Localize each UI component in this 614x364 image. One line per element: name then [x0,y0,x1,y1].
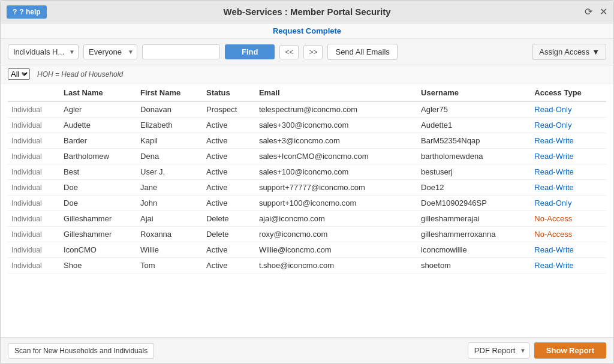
cell-access[interactable]: Read-Write [531,180,606,195]
cell-status: Active [203,118,255,133]
hoh-note: HOH = Head of Household [37,70,123,79]
col-type [8,83,60,101]
all-filter-select[interactable]: All [8,68,30,80]
send-all-emails-button[interactable]: Send All Emails [327,44,397,60]
cell-access[interactable]: Read-Write [531,242,606,258]
request-status-text: Request Complete [273,26,341,35]
help-button[interactable]: ? ? help [7,5,47,19]
cell-access[interactable]: No-Access [531,227,606,242]
cell-status: Delete [203,211,255,227]
cell-status: Active [203,149,255,164]
cell-firstname: User J. [137,164,203,180]
cell-firstname: Dena [137,149,203,164]
footer: Scan for New Households and Individuals … [1,337,613,363]
search-input[interactable] [142,44,220,59]
cell-type: Individual [8,101,60,118]
refresh-button[interactable]: ⟳ [585,6,592,17]
table-container: Last Name First Name Status Email Userna… [1,83,613,337]
cell-username: DoeM10902946SP [417,195,531,211]
toolbar: Individuals H... ▼ Everyone Members Pros… [1,39,613,65]
cell-lastname: Best [60,164,137,180]
cell-lastname: Shoe [60,258,137,273]
prev-label: << [285,48,293,56]
cell-status: Active [203,164,255,180]
table-row[interactable]: Individual Doe Jane Active support+77777… [8,180,606,195]
cell-username: gilleshammerajai [417,211,531,227]
close-button[interactable]: ✕ [600,6,607,17]
assign-access-label: Assign Access [539,47,589,56]
cell-firstname: Ajai [137,211,203,227]
filter2-select[interactable]: Everyone Members Prospects [83,44,137,59]
cell-access[interactable]: Read-Only [531,118,606,133]
cell-type: Individual [8,258,60,273]
cell-firstname: Elizabeth [137,118,203,133]
cell-type: Individual [8,149,60,164]
cell-type: Individual [8,133,60,149]
cell-access[interactable]: Read-Only [531,101,606,118]
cell-status: Active [203,242,255,258]
table-row[interactable]: Individual Best User J. Active sales+100… [8,164,606,180]
table-row[interactable]: Individual Audette Elizabeth Active sale… [8,118,606,133]
cell-firstname: Willie [137,242,203,258]
table-header-row: Last Name First Name Status Email Userna… [8,83,606,101]
cell-firstname: Jane [137,180,203,195]
cell-email: support+100@iconcmo.com [255,195,417,211]
cell-access[interactable]: Read-Write [531,133,606,149]
cell-firstname: Donavan [137,101,203,118]
pdf-report-wrapper: PDF Report ▼ [468,342,529,359]
cell-email: sales+3@iconcmo.com [255,133,417,149]
table-row[interactable]: Individual IconCMO Willie Active Willie@… [8,242,606,258]
cell-lastname: Doe [60,195,137,211]
table-row[interactable]: Individual Doe John Active support+100@i… [8,195,606,211]
cell-username: shoetom [417,258,531,273]
footer-right: PDF Report ▼ Show Report [468,342,606,359]
table-body: Individual Agler Donavan Prospect telesp… [8,101,606,273]
cell-email: Willie@iconcmo.com [255,242,417,258]
col-username: Username [417,83,531,101]
cell-status: Delete [203,227,255,242]
cell-access[interactable]: Read-Write [531,149,606,164]
cell-access[interactable]: No-Access [531,211,606,227]
cell-lastname: Gilleshammer [60,227,137,242]
cell-access[interactable]: Read-Only [531,195,606,211]
cell-username: Audette1 [417,118,531,133]
cell-firstname: Roxanna [137,227,203,242]
cell-email: sales+300@iconcmo.com [255,118,417,133]
cell-status: Active [203,180,255,195]
members-table: Last Name First Name Status Email Userna… [8,83,606,273]
cell-username: Doe12 [417,180,531,195]
show-report-label: Show Report [546,346,594,355]
table-row[interactable]: Individual Agler Donavan Prospect telesp… [8,101,606,118]
cell-type: Individual [8,227,60,242]
col-lastname: Last Name [60,83,137,101]
table-row[interactable]: Individual Gilleshammer Roxanna Delete r… [8,227,606,242]
cell-access[interactable]: Read-Write [531,164,606,180]
find-button[interactable]: Find [225,44,275,59]
next-button[interactable]: >> [303,45,323,59]
cell-email: t.shoe@iconcmo.com [255,258,417,273]
cell-type: Individual [8,242,60,258]
cell-email: telespectrum@iconcmo.com [255,101,417,118]
cell-email: ajai@iconcmo.com [255,211,417,227]
all-filter-wrapper: All ▼ [8,68,30,80]
question-icon: ? [13,8,17,16]
table-row[interactable]: Individual Bartholomew Dena Active sales… [8,149,606,164]
cell-status: Active [203,195,255,211]
cell-username: Agler75 [417,101,531,118]
col-status: Status [203,83,255,101]
filter2-wrapper: Everyone Members Prospects ▼ [83,44,137,59]
show-report-button[interactable]: Show Report [534,342,606,359]
table-row[interactable]: Individual Shoe Tom Active t.shoe@iconcm… [8,258,606,273]
cell-access[interactable]: Read-Write [531,258,606,273]
prev-button[interactable]: << [279,45,299,59]
scan-button[interactable]: Scan for New Households and Individuals [8,343,154,359]
filter1-select[interactable]: Individuals H... [8,44,79,59]
cell-lastname: Agler [60,101,137,118]
cell-email: sales+IconCMO@iconcmo.com [255,149,417,164]
pdf-report-select[interactable]: PDF Report [468,342,529,359]
cell-lastname: Doe [60,180,137,195]
request-status-bar: Request Complete [1,23,613,39]
table-row[interactable]: Individual Gilleshammer Ajai Delete ajai… [8,211,606,227]
table-row[interactable]: Individual Barder Kapil Active sales+3@i… [8,133,606,149]
assign-access-button[interactable]: Assign Access ▼ [532,44,606,60]
